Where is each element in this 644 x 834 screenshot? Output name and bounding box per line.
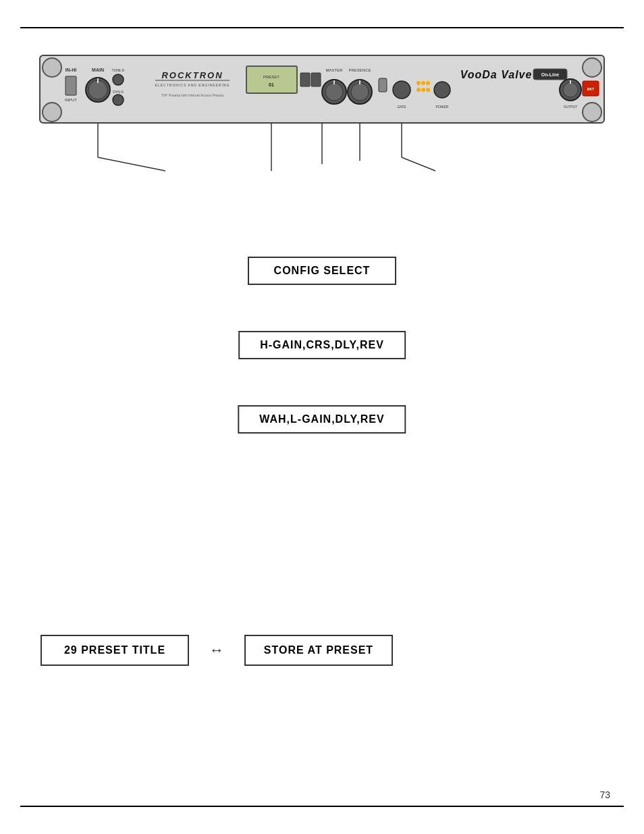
- top-border: [20, 27, 624, 28]
- wah-section: WAH,L-GAIN,DLY,REV: [238, 405, 406, 434]
- pointer-lines: [37, 53, 607, 228]
- svg-line-54: [98, 157, 165, 171]
- preset-title-box: 29 PRESET TITLE: [41, 635, 189, 666]
- preset-section: 29 PRESET TITLE ↔ STORE AT PRESET: [41, 635, 603, 666]
- store-preset-box: STORE AT PRESET: [244, 635, 393, 666]
- bottom-border: [20, 806, 624, 807]
- wah-box: WAH,L-GAIN,DLY,REV: [238, 405, 406, 434]
- hgain-box: H-GAIN,CRS,DLY,REV: [238, 331, 406, 359]
- config-select-box: CONFIG SELECT: [248, 257, 396, 285]
- svg-line-59: [402, 157, 435, 171]
- arrow-symbol: ↔: [209, 642, 224, 659]
- hgain-section: H-GAIN,CRS,DLY,REV: [238, 331, 406, 359]
- page-number: 73: [599, 789, 610, 800]
- config-select-section: CONFIG SELECT: [248, 257, 396, 285]
